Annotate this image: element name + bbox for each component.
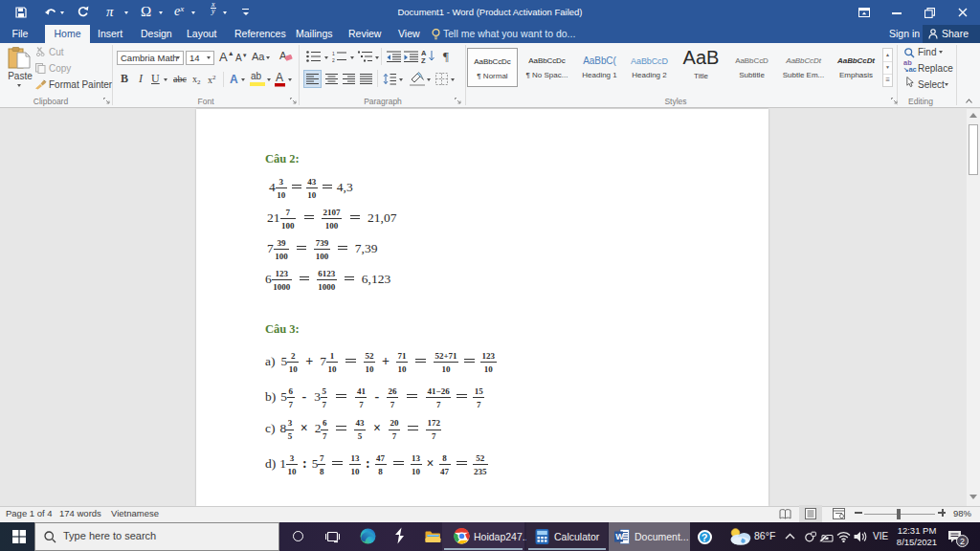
svg-text:Z: Z [421,56,426,63]
svg-text:W: W [615,532,624,541]
svg-text:2: 2 [332,57,335,62]
svg-text:1: 1 [332,51,335,56]
